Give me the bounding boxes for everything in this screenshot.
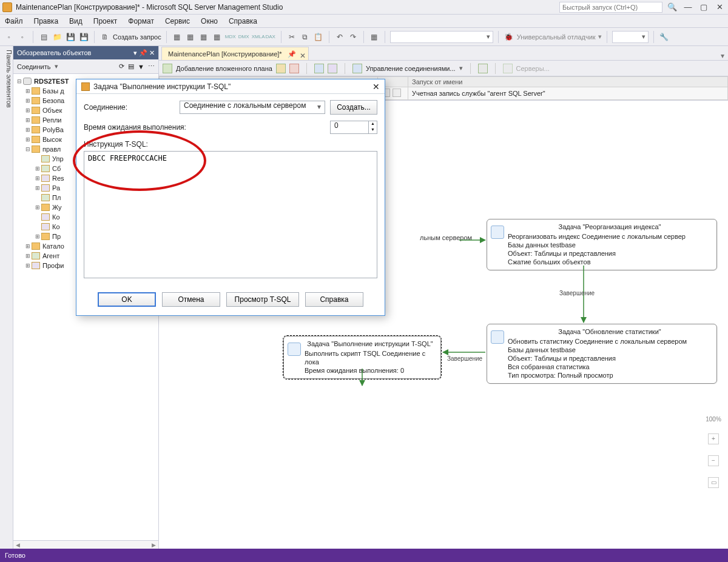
menu-edit[interactable]: Правка (34, 17, 59, 25)
cell-runas[interactable]: Учетная запись службы "агент SQL Server" (408, 87, 728, 100)
new-connection-button[interactable]: Создать... (330, 100, 377, 115)
tree-item[interactable]: Ко (52, 223, 60, 230)
mdx-icon[interactable]: MDX (225, 32, 236, 42)
undo-icon[interactable]: ↶ (334, 32, 345, 42)
task-execute-tsql[interactable]: Задача "Выполнение инструкции T-SQL" Вып… (283, 336, 441, 379)
quick-search-input[interactable] (559, 2, 662, 13)
tree-item[interactable]: Жу (52, 204, 62, 211)
grid-icon[interactable]: ▦ (369, 32, 380, 42)
save-icon[interactable]: 💾 (65, 32, 76, 42)
panel-pin-icon[interactable]: 📌 (139, 49, 147, 57)
close-tab-icon[interactable]: ✕ (300, 49, 306, 62)
help-button[interactable]: Справка (305, 292, 363, 307)
schedule-icon-2[interactable] (328, 64, 337, 73)
tree-item[interactable]: Агент (42, 252, 59, 259)
tree-item[interactable]: Базы д (42, 87, 64, 95)
cut-icon[interactable]: ✂ (286, 32, 297, 42)
new-icon[interactable]: ▤ (38, 32, 49, 42)
paste-icon[interactable]: 📋 (313, 32, 324, 42)
new-query-icon[interactable]: 🗎 (99, 32, 110, 42)
toolbox-tab[interactable]: Панель элементов (0, 46, 13, 549)
manage-connections-button[interactable]: Управление соединениями... (366, 65, 456, 72)
tree-item[interactable]: Профи (42, 262, 64, 269)
tree-item[interactable]: Пр (52, 233, 61, 240)
connect-button[interactable]: Соединить (17, 63, 51, 70)
menu-window[interactable]: Окно (201, 17, 218, 25)
connection-select[interactable]: Соединение с локальным сервером (180, 101, 325, 114)
tree-root[interactable]: RDS2TEST (34, 78, 69, 85)
menu-help[interactable]: Справка (229, 17, 257, 25)
task-reorganize-index[interactable]: Задача "Реорганизация индекса" Реорганиз… (487, 219, 717, 270)
tree-item[interactable]: PolyBa (42, 126, 64, 133)
dmx-icon[interactable]: DMX (238, 32, 249, 42)
tree-item[interactable]: Res (52, 175, 64, 182)
calendar-remove-icon[interactable] (393, 89, 401, 97)
tree-item[interactable]: Ра (52, 184, 60, 192)
xmla-icon[interactable]: XMLA (252, 32, 263, 42)
cancel-button[interactable]: Отмена (162, 292, 220, 307)
subplan-props-icon[interactable] (276, 64, 286, 73)
oe-scrollbar[interactable]: ◀▶ (13, 540, 158, 549)
tree-item[interactable]: Ко (52, 213, 60, 221)
tree-item[interactable]: Репли (42, 116, 62, 124)
timeout-input[interactable]: 0 ▲▼ (330, 121, 377, 134)
open-icon[interactable]: 📁 (52, 32, 62, 42)
db-icon3[interactable]: ▦ (212, 32, 223, 42)
db-icon2[interactable]: ▦ (198, 32, 209, 42)
tree-item[interactable]: Высок (42, 136, 62, 143)
close-button[interactable]: ✕ (713, 2, 726, 12)
menu-file[interactable]: Файл (5, 17, 23, 25)
tree-item[interactable]: Сб (52, 165, 61, 172)
tree-item[interactable]: Безопа (42, 97, 64, 104)
spin-down-icon[interactable]: ▼ (369, 127, 377, 133)
tree-item[interactable]: Упр (52, 155, 64, 162)
db-icon[interactable]: ▦ (185, 32, 196, 42)
redo-icon[interactable]: ↷ (348, 32, 359, 42)
oe-icon-3[interactable]: ▼ (138, 63, 144, 70)
db-engine-icon[interactable]: ▦ (172, 32, 183, 42)
schedule-icon[interactable] (314, 64, 324, 73)
maximize-button[interactable]: ▢ (698, 2, 710, 12)
add-subplan-icon[interactable] (163, 64, 172, 73)
subplan-delete-icon[interactable] (289, 64, 299, 73)
add-subplan-button[interactable]: Добавление вложенного плана (176, 65, 272, 72)
pin-icon[interactable]: 📌 (288, 50, 296, 58)
doc-tab-maintenanceplan[interactable]: MaintenancePlan [Конструирование]* 📌 ✕ (161, 47, 309, 60)
database-dropdown[interactable] (390, 31, 493, 43)
tab-overflow-icon[interactable]: ▾ (717, 52, 728, 60)
zoom-fit-button[interactable]: ▭ (708, 477, 719, 488)
zoom-in-button[interactable]: + (708, 433, 719, 444)
tsql-textarea[interactable] (84, 151, 377, 278)
menu-view[interactable]: Вид (69, 17, 83, 25)
copy-icon[interactable]: ⧉ (300, 32, 311, 42)
spin-up-icon[interactable]: ▲ (369, 121, 377, 127)
tools-icon[interactable]: 🔧 (659, 32, 670, 42)
dialog-title-bar[interactable]: Задача "Выполнение инструкции T-SQL" ✕ (76, 79, 385, 94)
tree-item[interactable]: Катало (42, 243, 64, 250)
ok-button[interactable]: OK (98, 292, 156, 307)
config-dropdown[interactable] (612, 31, 649, 43)
view-tsql-button[interactable]: Просмотр T-SQL (226, 292, 299, 307)
back-icon[interactable]: ◦ (4, 32, 15, 42)
task-update-statistics[interactable]: Задача "Обновление статистики" Обновить … (487, 324, 717, 384)
dax-icon[interactable]: DAX (265, 32, 276, 42)
logging-icon[interactable] (478, 64, 488, 73)
dialog-close-icon[interactable]: ✕ (372, 82, 380, 92)
panel-close-icon[interactable]: ✕ (149, 49, 155, 57)
panel-dropdown-icon[interactable]: ▾ (133, 49, 137, 57)
menu-format[interactable]: Формат (128, 17, 154, 25)
tree-item[interactable]: Объек (42, 107, 62, 114)
tree-item[interactable]: правл (42, 146, 61, 153)
search-icon[interactable]: 🔍 (666, 2, 678, 12)
menu-project[interactable]: Проект (93, 17, 118, 25)
new-query-button[interactable]: Создать запрос (113, 33, 161, 41)
oe-icon-4[interactable]: ⋯ (148, 62, 155, 70)
oe-icon-1[interactable]: ⟳ (119, 62, 124, 70)
save-all-icon[interactable]: 💾 (78, 32, 89, 42)
zoom-out-button[interactable]: − (708, 455, 719, 466)
connections-icon[interactable] (352, 64, 362, 73)
tree-item[interactable]: Пл (52, 194, 61, 201)
menu-tools[interactable]: Сервис (165, 17, 190, 25)
forward-icon[interactable]: ◦ (17, 32, 28, 42)
minimize-button[interactable]: — (682, 2, 694, 12)
